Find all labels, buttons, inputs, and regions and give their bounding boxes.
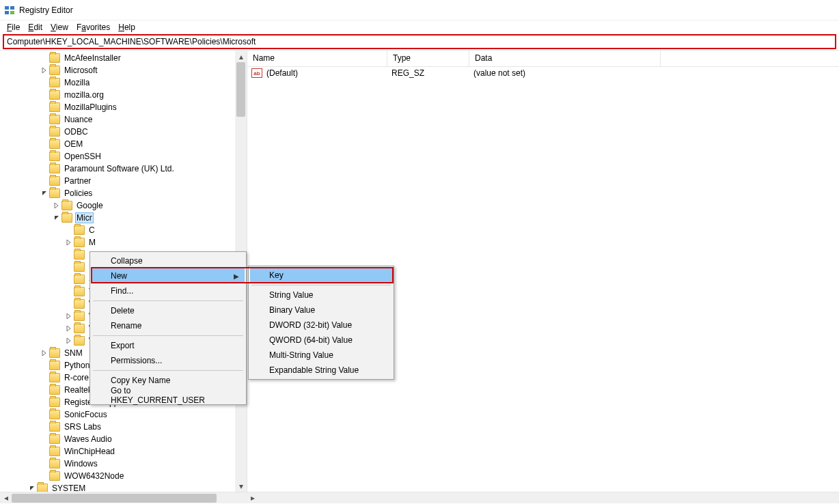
list-body[interactable]: ab(Default)REG_SZ(value not set) xyxy=(247,67,839,79)
column-type[interactable]: Type xyxy=(387,51,469,66)
tree-item[interactable]: WinChipHead xyxy=(3,445,235,458)
horizontal-scrollbar[interactable]: ◂ ▸ xyxy=(0,492,839,503)
ctx-find[interactable]: Find... xyxy=(92,283,245,298)
ctx-new[interactable]: New▶ xyxy=(92,268,245,283)
tree-label: OpenSSH xyxy=(63,152,102,161)
menubar: File Edit View Favorites Help xyxy=(0,20,839,34)
folder-icon xyxy=(49,78,60,87)
ctx-rename[interactable]: Rename xyxy=(92,318,245,333)
tree-label: Windows xyxy=(63,459,99,468)
sub-binary[interactable]: Binary Value xyxy=(250,303,392,318)
tree-item[interactable]: SRS Labs xyxy=(3,421,235,433)
sub-key[interactable]: Key xyxy=(250,268,392,283)
ctx-permissions[interactable]: Permissions... xyxy=(92,353,245,368)
tree-item[interactable]: OpenSSH xyxy=(3,150,235,163)
chevron-right-icon[interactable] xyxy=(52,203,61,208)
tree-label: Mozilla xyxy=(63,78,91,87)
tree-item[interactable]: MozillaPlugins xyxy=(3,101,235,113)
folder-icon xyxy=(37,484,48,492)
context-menu[interactable]: Collapse New▶ Find... Delete Rename Expo… xyxy=(90,251,247,405)
folder-icon xyxy=(74,262,85,272)
value-type: REG_SZ xyxy=(391,68,473,78)
tree-item[interactable]: SYSTEM xyxy=(3,482,235,492)
folder-icon xyxy=(74,311,85,321)
tree-label: OEM xyxy=(63,139,84,149)
folder-icon xyxy=(49,152,60,161)
tree-item[interactable]: OEM xyxy=(3,138,235,150)
tree-item[interactable]: mozilla.org xyxy=(3,89,235,101)
address-bar[interactable]: Computer\HKEY_LOCAL_MACHINE\SOFTWARE\Pol… xyxy=(3,34,836,49)
value-data: (value not set) xyxy=(473,68,525,78)
tree-label: mozilla.org xyxy=(63,90,105,100)
column-name[interactable]: Name xyxy=(247,51,387,66)
tree-item[interactable]: WOW6432Node xyxy=(3,470,235,482)
menu-favorites[interactable]: Favorites xyxy=(72,22,114,33)
scroll-up-button[interactable]: ▴ xyxy=(235,51,247,62)
tree-label: Paramount Software (UK) Ltd. xyxy=(63,164,176,173)
scroll-right-button[interactable]: ▸ xyxy=(247,492,258,504)
sub-string[interactable]: String Value xyxy=(250,288,392,303)
scroll-down-button[interactable]: ▾ xyxy=(235,480,247,492)
ctx-delete[interactable]: Delete xyxy=(92,303,245,318)
tree-item[interactable]: Mozilla xyxy=(3,76,235,89)
tree-item[interactable]: Policies xyxy=(3,187,235,199)
chevron-right-icon[interactable] xyxy=(40,68,49,73)
tree-item[interactable]: Windows xyxy=(3,458,235,470)
chevron-down-icon[interactable] xyxy=(52,215,61,221)
folder-icon xyxy=(49,102,60,112)
sub-multi[interactable]: Multi-String Value xyxy=(250,348,392,363)
folder-icon xyxy=(74,336,85,346)
list-row[interactable]: ab(Default)REG_SZ(value not set) xyxy=(247,67,839,79)
ctx-export[interactable]: Export xyxy=(92,338,245,353)
chevron-right-icon[interactable] xyxy=(64,313,74,319)
tree-item[interactable]: Paramount Software (UK) Ltd. xyxy=(3,163,235,175)
tree-item[interactable]: Microsoft xyxy=(3,64,235,76)
scroll-thumb[interactable] xyxy=(236,62,245,117)
chevron-right-icon[interactable] xyxy=(64,338,74,344)
chevron-down-icon[interactable] xyxy=(27,486,37,491)
tree-item[interactable]: Micr xyxy=(3,212,235,224)
chevron-down-icon[interactable] xyxy=(40,191,49,196)
tree-item[interactable]: Waves Audio xyxy=(3,433,235,445)
chevron-right-icon[interactable] xyxy=(64,326,74,331)
menu-view[interactable]: View xyxy=(46,22,72,33)
tree-item[interactable]: Google xyxy=(3,199,235,212)
ctx-goto-hkcu[interactable]: Go to HKEY_CURRENT_USER xyxy=(92,388,245,403)
sub-dword[interactable]: DWORD (32-bit) Value xyxy=(250,318,392,333)
menu-help[interactable]: Help xyxy=(114,22,139,33)
chevron-right-icon[interactable] xyxy=(40,350,49,356)
scroll-left-button[interactable]: ◂ xyxy=(0,492,12,504)
hscroll-thumb[interactable] xyxy=(12,494,217,503)
column-data[interactable]: Data xyxy=(469,51,661,66)
folder-icon xyxy=(49,459,60,468)
ctx-collapse[interactable]: Collapse xyxy=(92,253,245,268)
sub-expand[interactable]: Expandable String Value xyxy=(250,363,392,378)
folder-icon xyxy=(74,287,85,296)
menu-edit[interactable]: Edit xyxy=(24,22,46,33)
tree-label: ODBC xyxy=(63,127,90,137)
tree-item[interactable]: M xyxy=(3,236,235,249)
tree-item[interactable]: C xyxy=(3,224,235,236)
menu-file[interactable]: File xyxy=(3,22,24,33)
tree-item[interactable]: Nuance xyxy=(3,113,235,126)
tree-item[interactable]: McAfeeInstaller xyxy=(3,52,235,64)
folder-icon xyxy=(49,422,60,432)
tree-item[interactable]: Partner xyxy=(3,175,235,187)
folder-icon xyxy=(49,434,60,444)
tree-label: McAfeeInstaller xyxy=(63,53,122,63)
chevron-right-icon[interactable] xyxy=(64,240,74,245)
context-submenu-new[interactable]: Key String Value Binary Value DWORD (32-… xyxy=(248,266,394,380)
tree-label: Partner xyxy=(63,176,92,186)
folder-icon xyxy=(49,373,60,382)
tree-item[interactable]: ODBC xyxy=(3,126,235,138)
folder-icon xyxy=(49,385,60,395)
svg-rect-3 xyxy=(10,11,14,14)
tree-label: WOW6432Node xyxy=(63,471,125,481)
folder-icon xyxy=(49,127,60,137)
value-name: (Default) xyxy=(266,68,391,78)
tree-item[interactable]: SonicFocus xyxy=(3,408,235,421)
tree-label: M xyxy=(87,238,97,247)
address-text: Computer\HKEY_LOCAL_MACHINE\SOFTWARE\Pol… xyxy=(7,37,256,46)
folder-icon xyxy=(74,324,85,333)
sub-qword[interactable]: QWORD (64-bit) Value xyxy=(250,333,392,348)
